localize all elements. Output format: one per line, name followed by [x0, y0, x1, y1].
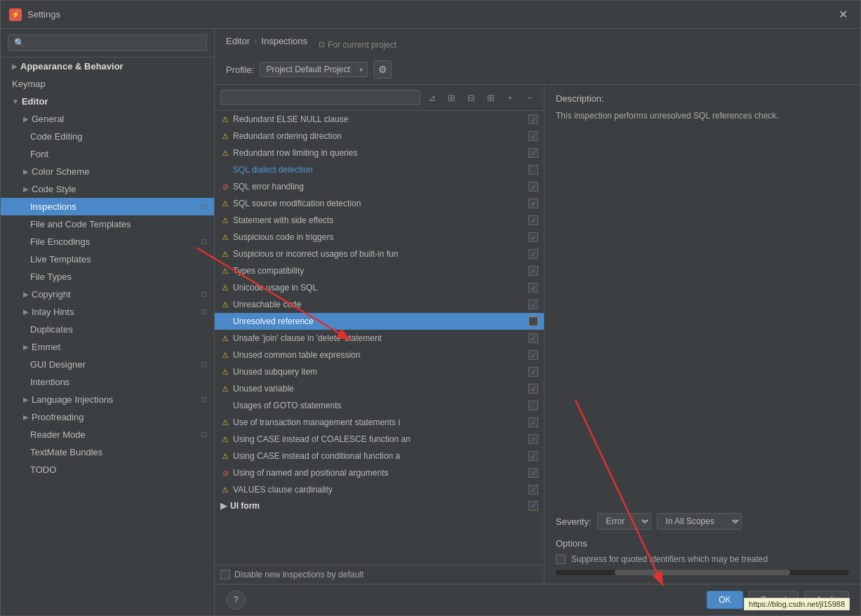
sidebar-item-textmate-bundles[interactable]: TextMate Bundles — [1, 443, 214, 461]
close-button[interactable]: ✕ — [834, 6, 852, 22]
checkbox[interactable] — [528, 401, 538, 410]
inspection-item[interactable]: ⚠ Unreachable code — [215, 296, 544, 313]
section-header-row[interactable]: ▶ UI form — [215, 498, 544, 513]
inspection-item[interactable]: ⚠ Redundant row limiting in queries — [215, 145, 544, 161]
ok-button[interactable]: OK — [707, 591, 742, 609]
option-checkbox[interactable] — [556, 554, 566, 564]
inspection-item[interactable]: ⚠ Using CASE instead of conditional func… — [215, 448, 544, 464]
checkbox[interactable] — [528, 485, 538, 495]
checkbox[interactable] — [528, 283, 538, 293]
checkbox[interactable] — [528, 350, 538, 360]
gear-button[interactable]: ⚙ — [373, 60, 392, 79]
sidebar-item-file-types[interactable]: File Types — [1, 268, 214, 286]
expand-all-button[interactable]: ⊞ — [443, 89, 460, 106]
scrollbar-area[interactable] — [556, 570, 849, 575]
inspection-item[interactable]: ⚠ Using CASE instead of COALESCE functio… — [215, 431, 544, 448]
inspection-item[interactable]: ⚠ SQL source modification detection — [215, 195, 544, 212]
sidebar-item-copyright[interactable]: ▶ Copyright ⊡ — [1, 286, 214, 303]
checkbox[interactable] — [528, 468, 538, 478]
sidebar-item-editor[interactable]: ▼ Editor — [1, 93, 214, 110]
disable-checkbox[interactable] — [220, 570, 230, 580]
checkbox[interactable] — [528, 131, 538, 141]
sidebar-item-emmet[interactable]: ▶ Emmet — [1, 338, 214, 356]
inspection-item[interactable]: ⚠ Suspicious code in triggers — [215, 229, 544, 246]
cancel-button[interactable]: Cancel — [749, 591, 799, 609]
sidebar-item-reader-mode[interactable]: Reader Mode ⊡ — [1, 426, 214, 443]
inspection-item[interactable]: SQL dialect detection — [215, 161, 544, 178]
chevron-down-icon: ▼ — [12, 98, 19, 105]
checkbox[interactable] — [528, 114, 538, 124]
inspection-item[interactable]: Usages of GOTO statements — [215, 397, 544, 414]
sidebar-item-color-scheme[interactable]: ▶ Color Scheme — [1, 163, 214, 180]
sidebar-item-intentions[interactable]: Intentions — [1, 373, 214, 391]
inspection-item[interactable]: ⚠ Unused subquery item — [215, 363, 544, 380]
sidebar-item-gui-designer[interactable]: GUI Designer ⊡ — [1, 356, 214, 373]
window-title: Settings — [27, 9, 834, 20]
sidebar-item-file-code-templates[interactable]: File and Code Templates — [1, 215, 214, 233]
section-checkbox[interactable] — [528, 501, 538, 511]
checkbox[interactable] — [528, 367, 538, 377]
checkbox[interactable] — [528, 451, 538, 461]
inspection-item[interactable]: ⚠ Redundant ELSE NULL clause — [215, 111, 544, 128]
severity-select[interactable]: Error — [597, 513, 651, 530]
sidebar-item-general[interactable]: ▶ General — [1, 110, 214, 128]
inspection-item[interactable]: ⊘ SQL error handling — [215, 178, 544, 195]
sidebar-item-duplicates[interactable]: Duplicates — [1, 321, 214, 338]
sidebar-item-label: TextMate Bundles — [30, 447, 102, 457]
inspection-item[interactable]: ⊘ Using of named and positional argument… — [215, 464, 544, 481]
checkbox[interactable] — [528, 333, 538, 343]
checkbox[interactable] — [528, 434, 538, 444]
filter-button[interactable]: ⊿ — [423, 89, 440, 106]
apply-button[interactable]: Apply — [804, 591, 849, 609]
checkbox[interactable] — [528, 199, 538, 208]
profile-row: Profile: Project Default Project ⚙ — [226, 60, 849, 79]
sidebar-item-code-editing[interactable]: Code Editing — [1, 128, 214, 145]
sidebar-item-appearance[interactable]: ▶ Appearance & Behavior — [1, 58, 214, 75]
checkbox[interactable] — [528, 266, 538, 276]
sidebar-item-inspections[interactable]: Inspections ⊡ — [1, 198, 214, 215]
collapse-all-button[interactable]: ⊟ — [462, 89, 479, 106]
merge-button[interactable]: ⊞ — [482, 89, 499, 106]
inspection-item[interactable]: ⚠ Redundant ordering direction — [215, 128, 544, 145]
checkbox[interactable] — [528, 165, 538, 175]
sidebar-item-font[interactable]: Font — [1, 145, 214, 163]
inspection-item[interactable]: ⚠ Types compatibility — [215, 262, 544, 279]
help-button[interactable]: ? — [226, 590, 246, 610]
inspection-item[interactable]: ⚠ Suspicious or incorrect usages of buil… — [215, 246, 544, 262]
checkbox[interactable] — [528, 148, 538, 158]
sidebar-item-code-style[interactable]: ▶ Code Style — [1, 180, 214, 198]
sidebar-item-language-injections[interactable]: ▶ Language Injections ⊡ — [1, 391, 214, 408]
checkbox[interactable] — [528, 249, 538, 259]
add-button[interactable]: + — [502, 89, 519, 106]
checkbox[interactable] — [528, 215, 538, 225]
sidebar-item-proofreading[interactable]: ▶ Proofreading — [1, 408, 214, 426]
sidebar-item-inlay-hints[interactable]: ▶ Inlay Hints ⊡ — [1, 303, 214, 321]
inspection-item-selected[interactable]: Unresolved reference — [215, 313, 544, 330]
checkbox[interactable] — [528, 316, 538, 326]
inspection-item[interactable]: ⚠ VALUES clause cardinality — [215, 481, 544, 498]
checkbox[interactable] — [528, 384, 538, 394]
sidebar-item-file-encodings[interactable]: File Encodings ⊡ — [1, 233, 214, 250]
inspection-item[interactable]: ⚠ Unused variable — [215, 380, 544, 397]
inspections-search-input[interactable] — [220, 90, 420, 105]
checkbox[interactable] — [528, 417, 538, 427]
sidebar-search-input[interactable] — [8, 34, 207, 51]
warn-icon: ⊘ — [220, 468, 230, 478]
remove-button[interactable]: − — [521, 89, 538, 106]
sidebar-item-todo[interactable]: TODO — [1, 461, 214, 478]
for-current-project-label: For current project — [328, 40, 396, 50]
inspection-item[interactable]: ⚠ Unsafe 'join' clause in 'delete' state… — [215, 330, 544, 347]
sidebar-item-keymap[interactable]: Keymap — [1, 75, 214, 93]
item-name: Using of named and positional arguments — [233, 468, 526, 478]
checkbox[interactable] — [528, 300, 538, 309]
checkbox[interactable] — [528, 232, 538, 242]
profile-select[interactable]: Project Default Project — [260, 62, 368, 77]
inspection-item[interactable]: ⚠ Statement with side effects — [215, 212, 544, 229]
inspection-item[interactable]: ⚠ Use of transaction management statemen… — [215, 414, 544, 431]
scope-select[interactable]: In All Scopes — [657, 513, 742, 530]
inspection-item[interactable]: ⚠ Unicode usage in SQL — [215, 279, 544, 296]
checkbox[interactable] — [528, 182, 538, 192]
inspection-item[interactable]: ⚠ Unused common table expression — [215, 347, 544, 363]
sidebar-item-live-templates[interactable]: Live Templates — [1, 250, 214, 268]
disable-label: Disable new inspections by default — [234, 570, 363, 580]
